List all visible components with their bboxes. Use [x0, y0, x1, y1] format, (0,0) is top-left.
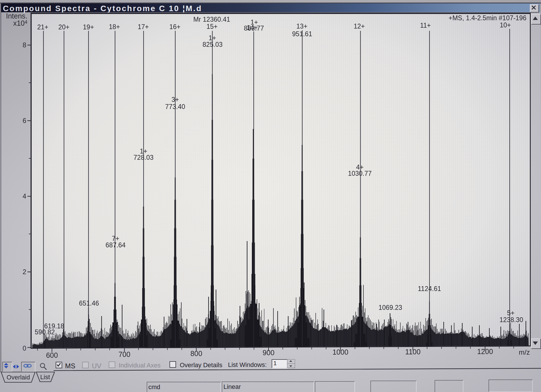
- svg-text:1069.23: 1069.23: [378, 304, 402, 311]
- svg-text:21+: 21+: [37, 23, 48, 31]
- svg-text:10+: 10+: [500, 21, 511, 29]
- svg-text:x104: x104: [13, 19, 27, 27]
- svg-text:1124.61: 1124.61: [418, 285, 441, 292]
- svg-text:728.03: 728.03: [134, 154, 154, 161]
- svg-text:18+: 18+: [109, 23, 120, 31]
- svg-text:773.40: 773.40: [165, 103, 185, 110]
- svg-text:Intens.: Intens.: [6, 12, 27, 20]
- svg-text:4: 4: [23, 193, 26, 200]
- svg-text:m/z: m/z: [519, 348, 530, 356]
- svg-text:15+: 15+: [206, 23, 217, 30]
- svg-text:1200: 1200: [477, 347, 493, 355]
- svg-text:17+: 17+: [138, 23, 149, 31]
- svg-text:19+: 19+: [83, 23, 94, 31]
- svg-text:5+: 5+: [507, 309, 514, 317]
- svg-text:700: 700: [118, 350, 130, 358]
- svg-text:8: 8: [23, 41, 26, 49]
- svg-text:1100: 1100: [405, 348, 421, 356]
- svg-text:951.61: 951.61: [292, 30, 312, 38]
- svg-text:1238.30: 1238.30: [499, 316, 523, 324]
- svg-text:14+: 14+: [247, 24, 258, 31]
- svg-text:12+: 12+: [354, 23, 365, 30]
- svg-text:6: 6: [23, 117, 26, 124]
- svg-text:600: 600: [46, 351, 58, 359]
- svg-text:3+: 3+: [171, 96, 179, 103]
- svg-text:16+: 16+: [169, 23, 180, 31]
- svg-text:800: 800: [190, 349, 202, 357]
- svg-text:List: List: [40, 373, 50, 381]
- svg-text:Overlaid: Overlaid: [7, 374, 30, 381]
- svg-text:20+: 20+: [58, 23, 69, 31]
- svg-text:0: 0: [23, 345, 26, 352]
- svg-text:590.82: 590.82: [35, 328, 55, 336]
- svg-text:651.46: 651.46: [79, 300, 99, 307]
- svg-text:825.03: 825.03: [203, 41, 223, 48]
- svg-text:687.64: 687.64: [106, 241, 126, 249]
- svg-text:900: 900: [263, 349, 274, 357]
- svg-text:11+: 11+: [420, 22, 431, 29]
- svg-text:13+: 13+: [296, 23, 307, 30]
- svg-text:1000: 1000: [332, 348, 348, 356]
- svg-text:Mr 12360.41: Mr 12360.41: [193, 16, 230, 23]
- svg-text:+MS, 1.4-2.5min #107-196: +MS, 1.4-2.5min #107-196: [449, 14, 526, 22]
- svg-text:2: 2: [23, 268, 26, 276]
- svg-text:1030.77: 1030.77: [348, 170, 372, 177]
